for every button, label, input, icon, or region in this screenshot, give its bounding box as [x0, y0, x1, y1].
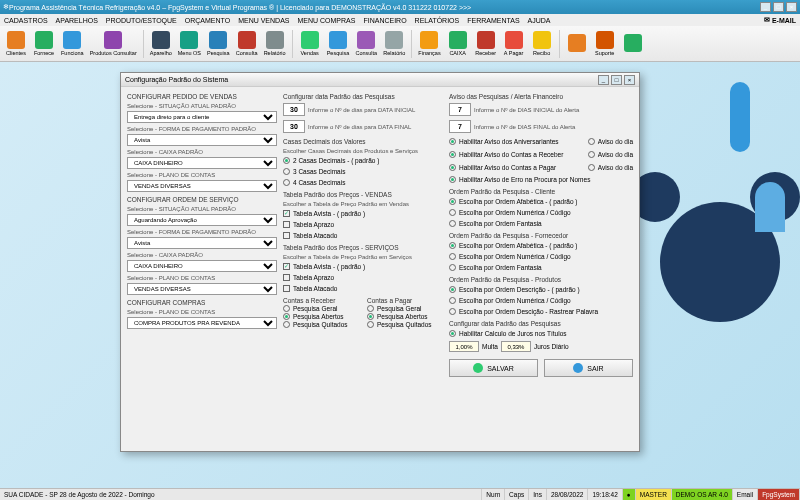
close-button[interactable]: × [786, 2, 797, 12]
radio-pagar-geral[interactable] [367, 305, 374, 312]
status-bar: SUA CIDADE - SP 28 de Agosto de 2022 - D… [0, 488, 800, 500]
input-juros[interactable]: 0,33% [501, 341, 531, 352]
toolbar-button[interactable]: A Pagar [501, 30, 527, 57]
input-multa[interactable]: 1,00% [449, 341, 479, 352]
toolbar-label: Consulta [236, 50, 258, 56]
input-alerta-inicial[interactable]: 7 [449, 103, 471, 116]
radio-pagar-quitados[interactable] [367, 321, 374, 328]
radio-receber-quitados[interactable] [283, 321, 290, 328]
section-header: CONFIGURAR PEDIDO DE VENDAS [127, 93, 277, 100]
radio-aviso-aniv[interactable] [449, 138, 456, 145]
check-atacado-vendas[interactable] [283, 232, 290, 239]
content-area: Configuração Padrão do Sistema _ □ × CON… [0, 62, 800, 488]
input-alerta-final[interactable]: 7 [449, 120, 471, 133]
menu-item[interactable]: MENU COMPRAS [297, 17, 355, 24]
toolbar-button[interactable] [564, 33, 590, 54]
check-atacado-servicos[interactable] [283, 285, 290, 292]
check-aprazo-vendas[interactable] [283, 221, 290, 228]
dialog-maximize-button[interactable]: □ [611, 75, 622, 85]
menu-item[interactable]: PRODUTO/ESTOQUE [106, 17, 177, 24]
toolbar-button[interactable]: Finanças [416, 30, 442, 57]
toolbar-button[interactable]: Pesquisa [325, 30, 352, 57]
check-aprazo-servicos[interactable] [283, 274, 290, 281]
main-toolbar: ClientesForneceFuncionaProdutos Consulta… [0, 26, 800, 62]
select-pagamento-os[interactable]: Avista [127, 237, 277, 249]
toolbar-label: Relatório [264, 50, 286, 56]
toolbar-button[interactable] [620, 33, 646, 54]
radio-prod-rastrear[interactable] [449, 308, 456, 315]
radio-4-decimais[interactable] [283, 179, 290, 186]
input-dias-final[interactable]: 30 [283, 120, 305, 133]
radio-juros[interactable] [449, 330, 456, 337]
radio-prod-desc[interactable] [449, 286, 456, 293]
radio-forn-alfa[interactable] [449, 242, 456, 249]
menu-item[interactable]: FINANCEIRO [363, 17, 406, 24]
menu-item[interactable]: APARELHOS [56, 17, 98, 24]
toolbar-button[interactable]: Produtos Consultar [88, 30, 139, 57]
toolbar-button[interactable]: Consulta [234, 30, 260, 57]
dialog-minimize-button[interactable]: _ [598, 75, 609, 85]
toolbar-button[interactable]: Menu OS [176, 30, 203, 57]
menu-email[interactable]: ✉E-MAIL [764, 16, 796, 24]
radio-3-decimais[interactable] [283, 168, 290, 175]
radio-receber-abertos[interactable] [283, 313, 290, 320]
status-caps: Caps [505, 489, 529, 500]
toolbar-button[interactable]: Funciona [59, 30, 86, 57]
select-plano-os[interactable]: VENDAS DIVERSAS [127, 283, 277, 295]
toolbar-button[interactable]: Relatório [381, 30, 407, 57]
toolbar-button[interactable]: Receber [473, 30, 499, 57]
radio-forn-fant[interactable] [449, 264, 456, 271]
save-button[interactable]: SALVAR [449, 359, 538, 377]
select-plano-vendas[interactable]: VENDAS DIVERSAS [127, 180, 277, 192]
toolbar-button[interactable]: Vendas [297, 30, 323, 57]
toolbar-button[interactable]: Consulta [353, 30, 379, 57]
radio-aviso-erro[interactable] [449, 176, 456, 183]
check-avista-servicos[interactable] [283, 263, 290, 270]
select-situacao-vendas[interactable]: Entrega direto para o cliente [127, 111, 277, 123]
select-pagamento-vendas[interactable]: Avista [127, 134, 277, 146]
toolbar-divider [292, 30, 293, 58]
radio-aviso-pagar[interactable] [449, 164, 456, 171]
toolbar-button[interactable]: Relatório [262, 30, 288, 57]
toolbar-button[interactable]: Recibo [529, 30, 555, 57]
toolbar-button[interactable]: Aparelho [148, 30, 174, 57]
radio-aviso-dia[interactable] [588, 138, 595, 145]
radio-2-decimais[interactable] [283, 157, 290, 164]
radio-prod-num[interactable] [449, 297, 456, 304]
radio-aviso-dia[interactable] [588, 164, 595, 171]
menu-item[interactable]: FERRAMENTAS [467, 17, 519, 24]
radio-aviso-dia[interactable] [588, 151, 595, 158]
radio-aviso-receber[interactable] [449, 151, 456, 158]
menu-item[interactable]: CADASTROS [4, 17, 48, 24]
select-caixa-os[interactable]: CAIXA DINHEIRO [127, 260, 277, 272]
radio-cliente-num[interactable] [449, 209, 456, 216]
menu-item[interactable]: MENU VENDAS [238, 17, 289, 24]
toolbar-button[interactable]: Fornece [31, 30, 57, 57]
menu-item[interactable]: AJUDA [528, 17, 551, 24]
check-avista-vendas[interactable] [283, 210, 290, 217]
dialog-close-button[interactable]: × [624, 75, 635, 85]
toolbar-icon [104, 31, 122, 49]
check-icon [473, 363, 483, 373]
exit-button[interactable]: SAIR [544, 359, 633, 377]
radio-cliente-alfa[interactable] [449, 198, 456, 205]
select-plano-compras[interactable]: COMPRA PRODUTOS PRA REVENDA [127, 317, 277, 329]
field-label: Selecione - CAIXA PADRÃO [127, 149, 277, 155]
menu-item[interactable]: ORÇAMENTO [185, 17, 230, 24]
menu-item[interactable]: RELATÓRIOS [415, 17, 460, 24]
status-email[interactable]: Email [733, 489, 758, 500]
radio-pagar-abertos[interactable] [367, 313, 374, 320]
select-situacao-os[interactable]: Aguardando Aprovação [127, 214, 277, 226]
radio-cliente-fant[interactable] [449, 220, 456, 227]
select-caixa-vendas[interactable]: CAIXA DINHEIRO [127, 157, 277, 169]
toolbar-icon [180, 31, 198, 49]
radio-receber-geral[interactable] [283, 305, 290, 312]
toolbar-button[interactable]: Clientes [3, 30, 29, 57]
maximize-button[interactable]: □ [773, 2, 784, 12]
minimize-button[interactable]: _ [760, 2, 771, 12]
toolbar-button[interactable]: Suporte [592, 30, 618, 57]
toolbar-button[interactable]: Pesquisa [205, 30, 232, 57]
input-dias-inicial[interactable]: 30 [283, 103, 305, 116]
radio-forn-num[interactable] [449, 253, 456, 260]
toolbar-button[interactable]: CAIXA [445, 30, 471, 57]
